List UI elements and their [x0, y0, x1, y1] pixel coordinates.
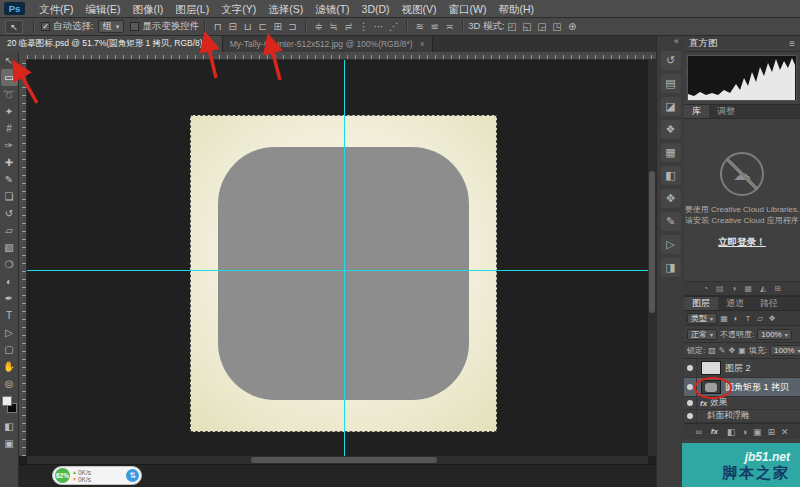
distribute-left-icon[interactable]: ⋮: [356, 20, 371, 34]
horizontal-ruler[interactable]: [27, 52, 656, 60]
layer-thumbnail[interactable]: [701, 361, 721, 375]
vertical-scrollbar[interactable]: [648, 60, 656, 456]
tab-layers[interactable]: 图层: [684, 297, 718, 310]
lock-all-icon[interactable]: ▣: [738, 346, 746, 355]
menu-type[interactable]: 文字(Y): [215, 0, 262, 18]
scroll-thumb[interactable]: [251, 457, 437, 463]
collapse-panels-icon[interactable]: «: [674, 36, 684, 49]
3d-drag-icon[interactable]: ◲: [535, 20, 550, 34]
layer-thumbnail[interactable]: [701, 380, 721, 394]
auto-select-checkbox[interactable]: ✓: [41, 22, 50, 31]
visibility-toggle[interactable]: [684, 359, 697, 377]
opacity-dropdown[interactable]: 100%: [757, 329, 791, 340]
fill-dropdown[interactable]: 100%: [770, 345, 800, 356]
properties-panel-icon[interactable]: ▤: [661, 74, 681, 93]
document-tab-active[interactable]: 20 临摹图标.psd @ 51.7%(圆角矩形 1 拷贝, RGB/8) ×: [0, 36, 223, 52]
color-panel-icon[interactable]: ❖: [661, 120, 681, 139]
scroll-thumb[interactable]: [649, 171, 655, 314]
brush-tool[interactable]: ✎: [1, 171, 18, 188]
current-tool-icon[interactable]: ↖: [5, 20, 23, 34]
quick-selection-tool[interactable]: ✦: [1, 103, 18, 120]
vertical-ruler[interactable]: [19, 60, 27, 456]
gradient-tool[interactable]: ▧: [1, 239, 18, 256]
auto-align-icon[interactable]: ≋: [412, 20, 427, 34]
align-vertical-center-icon[interactable]: ⊟: [225, 20, 240, 34]
filter-smart-object-icon[interactable]: ❖: [767, 314, 777, 323]
menu-image[interactable]: 图像(I): [126, 0, 169, 18]
hand-tool[interactable]: ✋: [1, 358, 18, 375]
distribute-h-spacing-icon[interactable]: ≌: [427, 20, 442, 34]
dodge-tool[interactable]: ◐: [1, 273, 18, 290]
horizontal-scrollbar[interactable]: [27, 456, 648, 464]
rectangular-marquee-tool[interactable]: ▭: [1, 69, 18, 86]
path-selection-tool[interactable]: ▷: [1, 324, 18, 341]
menu-window[interactable]: 窗口(W): [443, 0, 493, 18]
visibility-toggle[interactable]: [684, 397, 697, 409]
layer-row[interactable]: 图层 2: [684, 359, 800, 378]
adjustment-hue-icon[interactable]: ⊞: [774, 284, 781, 293]
styles-panel-icon[interactable]: ✥: [661, 189, 681, 208]
channels-panel-icon[interactable]: ◨: [661, 258, 681, 277]
move-tool[interactable]: ↖: [1, 52, 18, 69]
adjustment-exposure-icon[interactable]: ▦: [744, 284, 752, 293]
adjustments-panel-icon[interactable]: ◧: [661, 166, 681, 185]
adjustment-vibrance-icon[interactable]: ◭: [760, 284, 766, 293]
effects-row[interactable]: fx 效果: [684, 397, 800, 410]
history-panel-icon[interactable]: ↺: [661, 51, 681, 70]
menu-file[interactable]: 文件(F): [33, 0, 79, 18]
info-panel-icon[interactable]: ◪: [661, 97, 681, 116]
menu-layer[interactable]: 图层(L): [169, 0, 215, 18]
document-tab-inactive[interactable]: My-Tally-Counter-512x512.jpg @ 100%(RGB/…: [223, 36, 433, 52]
swatches-panel-icon[interactable]: ▦: [661, 143, 681, 162]
paths-panel-icon[interactable]: ▷: [661, 235, 681, 254]
rectangle-tool[interactable]: ▢: [1, 341, 18, 358]
3d-scale-icon[interactable]: ⊕: [565, 20, 580, 34]
lock-transparency-icon[interactable]: ▨: [708, 346, 716, 355]
panel-menu-icon[interactable]: ≡: [789, 38, 795, 49]
crop-tool[interactable]: #: [1, 120, 18, 137]
close-tab-icon[interactable]: ×: [420, 39, 425, 49]
adjustment-levels-icon[interactable]: ▤: [716, 284, 724, 293]
eraser-tool[interactable]: ▱: [1, 222, 18, 239]
screen-mode-icon[interactable]: ▣: [1, 435, 18, 452]
align-top-icon[interactable]: ⊓: [210, 20, 225, 34]
layer-filter-dropdown[interactable]: 类型: [687, 313, 717, 324]
auto-select-dropdown[interactable]: 组: [98, 20, 125, 33]
3d-rotate-icon[interactable]: ◰: [505, 20, 520, 34]
new-group-icon[interactable]: ▣: [753, 427, 762, 437]
layer-row-selected[interactable]: 圆角矩形 1 拷贝: [684, 378, 800, 397]
spot-healing-brush-tool[interactable]: ✚: [1, 154, 18, 171]
foreground-color-swatch[interactable]: [2, 396, 12, 406]
lock-position-icon[interactable]: ✥: [729, 346, 736, 355]
filter-pixel-icon[interactable]: ▦: [719, 314, 729, 323]
eyedropper-tool[interactable]: ✑: [1, 137, 18, 154]
distribute-vertical-center-icon[interactable]: ≒: [326, 20, 341, 34]
tab-paths[interactable]: 路径: [752, 297, 786, 310]
adjustment-brightness-icon[interactable]: ◔: [703, 284, 708, 293]
lock-image-icon[interactable]: ✎: [719, 346, 726, 355]
distribute-right-icon[interactable]: ⋰: [386, 20, 401, 34]
brush-presets-panel-icon[interactable]: ✎: [661, 212, 681, 231]
speed-monitor-overlay[interactable]: 62% ▲0K/s ▼0K/s ⇅: [52, 466, 142, 485]
align-left-icon[interactable]: ⊏: [255, 20, 270, 34]
new-adjustment-layer-icon[interactable]: ◑: [742, 427, 747, 437]
type-tool[interactable]: T: [1, 307, 18, 324]
menu-edit[interactable]: 编辑(E): [79, 0, 126, 18]
blend-mode-dropdown[interactable]: 正常: [687, 329, 717, 340]
canvas-area[interactable]: [27, 60, 648, 456]
menu-view[interactable]: 视图(V): [396, 0, 443, 18]
history-brush-tool[interactable]: ↺: [1, 205, 18, 222]
align-bottom-icon[interactable]: ⊔: [240, 20, 255, 34]
tab-library[interactable]: 库: [684, 105, 709, 118]
visibility-toggle[interactable]: [684, 378, 697, 396]
3d-roll-icon[interactable]: ◱: [520, 20, 535, 34]
menu-3d[interactable]: 3D(D): [356, 0, 396, 18]
show-transform-checkbox[interactable]: [130, 22, 139, 31]
login-now-link[interactable]: 立即登录！: [718, 236, 766, 249]
3d-slide-icon[interactable]: ◳: [550, 20, 565, 34]
visibility-toggle[interactable]: [684, 410, 697, 422]
blur-tool[interactable]: ❍: [1, 256, 18, 273]
layer-style-icon[interactable]: fx: [711, 427, 718, 436]
sync-button-icon[interactable]: ⇅: [126, 469, 139, 482]
zoom-tool[interactable]: ◎: [1, 375, 18, 392]
